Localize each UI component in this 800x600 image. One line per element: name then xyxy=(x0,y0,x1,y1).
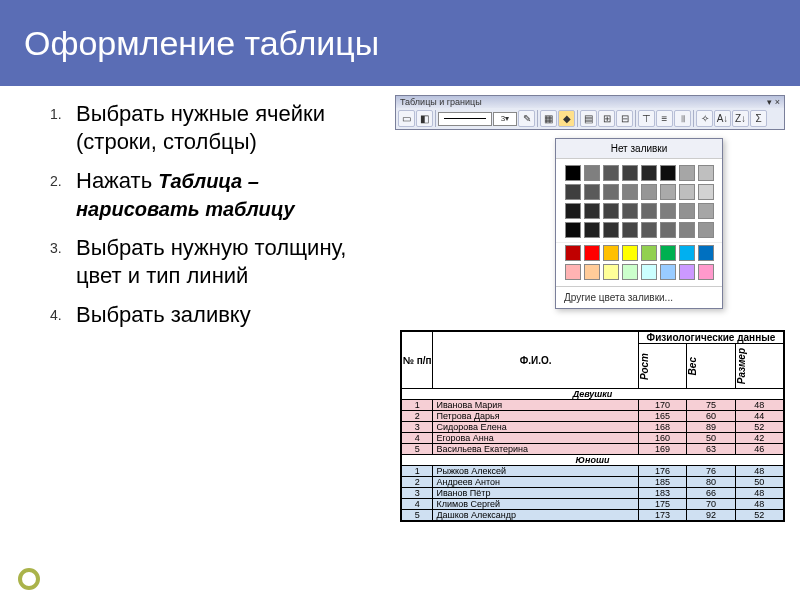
color-swatch[interactable] xyxy=(565,165,581,181)
color-swatch[interactable] xyxy=(584,264,600,280)
color-swatch[interactable] xyxy=(603,222,619,238)
color-swatch[interactable] xyxy=(660,245,676,261)
color-swatch[interactable] xyxy=(565,184,581,200)
color-swatch[interactable] xyxy=(565,245,581,261)
color-swatch[interactable] xyxy=(641,203,657,219)
table-row: 1Иванова Мария1707548 xyxy=(402,400,784,411)
close-icon[interactable]: ▾ × xyxy=(767,97,780,107)
color-swatch[interactable] xyxy=(660,222,676,238)
color-swatch[interactable] xyxy=(603,203,619,219)
color-swatch[interactable] xyxy=(603,245,619,261)
color-swatch[interactable] xyxy=(622,184,638,200)
col-physio-group: Физиологические данные xyxy=(638,332,783,344)
table-row: 3Иванов Пётр1836648 xyxy=(402,488,784,499)
split-cells-icon[interactable]: ⊟ xyxy=(616,110,633,127)
color-swatch[interactable] xyxy=(641,184,657,200)
color-swatch[interactable] xyxy=(622,203,638,219)
color-swatch[interactable] xyxy=(641,222,657,238)
color-swatch[interactable] xyxy=(679,184,695,200)
table-row: 1Рыжков Алексей1767648 xyxy=(402,466,784,477)
color-swatch[interactable] xyxy=(660,165,676,181)
col-weight: Вес xyxy=(687,344,735,389)
distribute-rows-icon[interactable]: ≡ xyxy=(656,110,673,127)
autoformat-icon[interactable]: ✧ xyxy=(696,110,713,127)
align-top-icon[interactable]: ⊤ xyxy=(638,110,655,127)
color-swatch[interactable] xyxy=(698,165,714,181)
fill-color-dropdown: Нет заливки Другие цвета заливки... xyxy=(555,138,723,309)
table-row: 4Климов Сергей1757048 xyxy=(402,499,784,510)
line-style-select[interactable] xyxy=(438,112,492,126)
step-2: 2. Нажать Таблица – нарисовать таблицу xyxy=(50,167,380,222)
color-swatch[interactable] xyxy=(679,245,695,261)
sample-table: № п/п Ф.И.О. Физиологические данные Рост… xyxy=(400,330,785,522)
section-boys: Юноши xyxy=(402,455,784,466)
pen-color-icon[interactable]: ✎ xyxy=(518,110,535,127)
tables-borders-toolbar: Таблицы и границы ▾ × ▭ ◧ 3▾ ✎ ▦ ◆ ▤ ⊞ ⊟… xyxy=(395,95,785,130)
steps-list: 1. Выбрать нужные ячейки (строки, столбц… xyxy=(50,100,380,341)
color-swatch[interactable] xyxy=(679,165,695,181)
step-4: 4. Выбрать заливку xyxy=(50,301,380,329)
more-fill-colors[interactable]: Другие цвета заливки... xyxy=(556,286,722,308)
color-swatch[interactable] xyxy=(679,222,695,238)
slide-title-band: Оформление таблицы xyxy=(0,0,800,86)
color-swatch[interactable] xyxy=(603,165,619,181)
color-swatch[interactable] xyxy=(565,222,581,238)
col-fio: Ф.И.О. xyxy=(433,332,639,389)
table-row: 2Андреев Антон1858050 xyxy=(402,477,784,488)
step-text: Выбрать нужные ячейки (строки, столбцы) xyxy=(76,101,325,154)
distribute-cols-icon[interactable]: ⦀ xyxy=(674,110,691,127)
col-size: Размер xyxy=(735,344,783,389)
toolbar-title: Таблицы и границы xyxy=(400,97,482,107)
color-swatch[interactable] xyxy=(698,203,714,219)
table-row: 2Петрова Дарья1656044 xyxy=(402,411,784,422)
color-swatch[interactable] xyxy=(603,184,619,200)
color-swatch[interactable] xyxy=(622,245,638,261)
color-swatch[interactable] xyxy=(584,245,600,261)
color-swatch[interactable] xyxy=(641,245,657,261)
color-swatch[interactable] xyxy=(660,264,676,280)
table-row: 5Васильева Екатерина1696346 xyxy=(402,444,784,455)
step-number: 2. xyxy=(50,167,62,191)
color-swatch[interactable] xyxy=(584,203,600,219)
step-3: 3. Выбрать нужную толщину, цвет и тип ли… xyxy=(50,234,380,289)
color-swatch[interactable] xyxy=(584,222,600,238)
color-swatch[interactable] xyxy=(679,203,695,219)
fill-color-icon[interactable]: ◆ xyxy=(558,110,575,127)
color-swatch[interactable] xyxy=(641,264,657,280)
slide-title: Оформление таблицы xyxy=(24,24,379,63)
draw-table-icon[interactable]: ▭ xyxy=(398,110,415,127)
autosum-icon[interactable]: Σ xyxy=(750,110,767,127)
color-swatch[interactable] xyxy=(660,203,676,219)
eraser-icon[interactable]: ◧ xyxy=(416,110,433,127)
insert-table-icon[interactable]: ▤ xyxy=(580,110,597,127)
merge-cells-icon[interactable]: ⊞ xyxy=(598,110,615,127)
color-swatch[interactable] xyxy=(622,222,638,238)
color-swatch[interactable] xyxy=(698,222,714,238)
table-row: 4Егорова Анна1605042 xyxy=(402,433,784,444)
color-swatch[interactable] xyxy=(603,264,619,280)
sort-asc-icon[interactable]: A↓ xyxy=(714,110,731,127)
color-swatch[interactable] xyxy=(698,245,714,261)
section-girls: Девушки xyxy=(402,389,784,400)
sort-desc-icon[interactable]: Z↓ xyxy=(732,110,749,127)
color-swatch[interactable] xyxy=(584,165,600,181)
col-height: Рост xyxy=(638,344,686,389)
border-icon[interactable]: ▦ xyxy=(540,110,557,127)
step-1: 1. Выбрать нужные ячейки (строки, столбц… xyxy=(50,100,380,155)
color-swatch[interactable] xyxy=(660,184,676,200)
color-swatch[interactable] xyxy=(584,184,600,200)
color-swatch[interactable] xyxy=(565,264,581,280)
color-swatch[interactable] xyxy=(698,264,714,280)
color-swatch[interactable] xyxy=(679,264,695,280)
line-weight-select[interactable]: 3▾ xyxy=(493,112,517,126)
color-swatch[interactable] xyxy=(622,165,638,181)
step-number: 3. xyxy=(50,234,62,258)
color-swatch[interactable] xyxy=(698,184,714,200)
color-swatch[interactable] xyxy=(565,203,581,219)
col-number: № п/п xyxy=(402,332,433,389)
color-swatch[interactable] xyxy=(622,264,638,280)
color-swatch[interactable] xyxy=(641,165,657,181)
table-row: 5Дашков Александр1739252 xyxy=(402,510,784,521)
no-fill-option[interactable]: Нет заливки xyxy=(556,139,722,159)
color-palette-grays xyxy=(556,159,722,242)
